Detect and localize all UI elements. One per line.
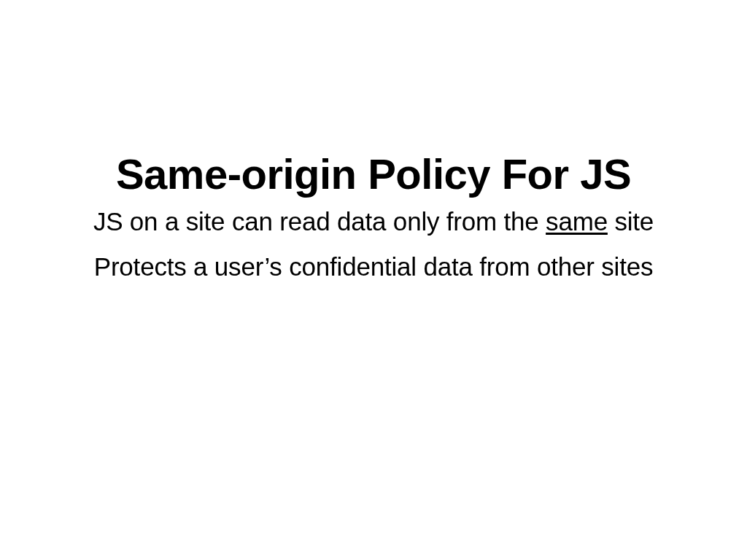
slide-body-line: Protects a user’s confidential data from… xyxy=(94,252,653,281)
subtitle-text-underlined: same xyxy=(546,207,608,236)
slide-title: Same-origin Policy For JS xyxy=(116,149,631,198)
subtitle-text-before: JS on a site can read data only from the xyxy=(93,207,546,236)
slide-subtitle: JS on a site can read data only from the… xyxy=(93,207,654,236)
subtitle-text-after: site xyxy=(608,207,654,236)
slide-container: Same-origin Policy For JS JS on a site c… xyxy=(0,0,747,560)
